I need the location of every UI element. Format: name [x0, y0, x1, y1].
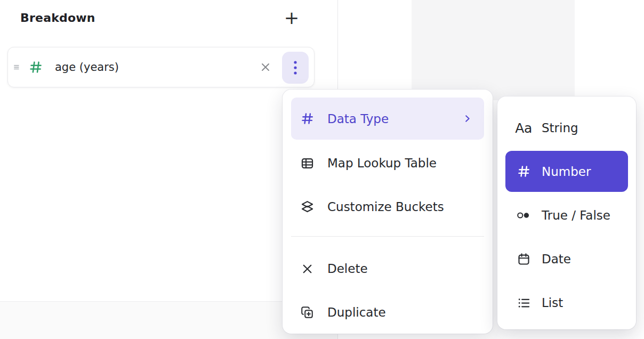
- submenu-item-label: True / False: [542, 208, 610, 222]
- chevron-right-icon: [462, 114, 472, 124]
- submenu-item-label: Date: [542, 252, 571, 266]
- menu-item-label: Data Type: [327, 112, 389, 126]
- drag-handle-icon[interactable]: [12, 62, 22, 72]
- x-icon: [299, 262, 316, 276]
- submenu-item-label: Number: [542, 165, 591, 179]
- menu-item-data-type[interactable]: Data Type: [291, 98, 484, 140]
- submenu-item-label: String: [542, 121, 578, 135]
- menu-separator: [291, 236, 484, 237]
- menu-item-label: Delete: [327, 262, 368, 276]
- table-icon: [299, 156, 316, 171]
- field-name: age (years): [55, 61, 119, 74]
- submenu-item-true-false[interactable]: True / False: [505, 194, 628, 237]
- page-title: Breakdown: [20, 11, 95, 25]
- hash-icon: [299, 111, 316, 126]
- menu-item-delete[interactable]: Delete: [291, 247, 484, 290]
- breakdown-field-card[interactable]: age (years): [7, 47, 315, 87]
- copy-plus-icon: [299, 305, 316, 319]
- field-options-button[interactable]: [282, 52, 309, 84]
- menu-item-map-lookup-table[interactable]: Map Lookup Table: [291, 142, 484, 184]
- app-screen: Breakdown + age (years): [0, 0, 644, 339]
- submenu-item-label: List: [542, 296, 563, 310]
- submenu-item-list[interactable]: List: [505, 281, 628, 324]
- menu-item-label: Duplicate: [327, 305, 386, 319]
- hash-icon: [513, 164, 534, 179]
- canvas-placeholder: [412, 0, 575, 100]
- menu-item-label: Map Lookup Table: [327, 156, 437, 170]
- add-breakdown-button[interactable]: +: [283, 9, 301, 27]
- menu-item-duplicate[interactable]: Duplicate: [291, 291, 484, 334]
- list-icon: [513, 296, 534, 310]
- boolean-circles-icon: [513, 209, 534, 222]
- calendar-icon: [513, 252, 534, 267]
- submenu-item-string[interactable]: Aa String: [505, 107, 628, 149]
- number-type-icon: [28, 60, 43, 75]
- text-icon: Aa: [513, 120, 534, 136]
- layers-icon: [299, 200, 316, 214]
- submenu-item-date[interactable]: Date: [505, 238, 628, 280]
- breakdown-header: Breakdown +: [20, 6, 301, 29]
- remove-field-icon[interactable]: [259, 61, 272, 74]
- menu-item-customize-buckets[interactable]: Customize Buckets: [291, 185, 484, 228]
- menu-item-label: Customize Buckets: [327, 200, 444, 214]
- data-type-submenu: Aa String Number True / False: [497, 96, 636, 329]
- submenu-item-number[interactable]: Number: [505, 151, 628, 192]
- field-options-menu: Data Type Map Lookup Table: [283, 90, 493, 334]
